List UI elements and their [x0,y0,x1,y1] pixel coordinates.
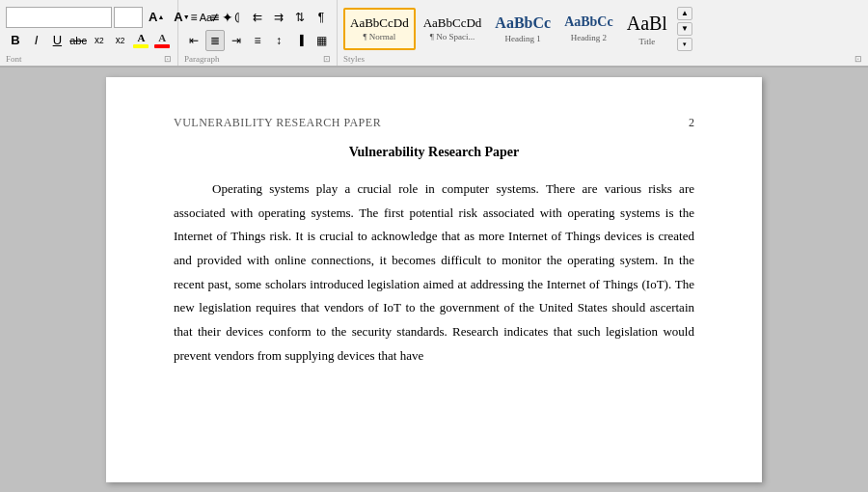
styles-section-label: Styles ⊡ [343,53,862,64]
page-number: 2 [689,116,694,130]
style-normal-preview: AaBbCcDd [350,15,409,31]
align-left-button[interactable]: ⇤ [184,30,203,51]
style-normal[interactable]: AaBbCcDd ¶ Normal [343,8,416,50]
ribbon-sections: Times New Rom 12 A▲ A▼ Aa ✦ B I U abc x2 [0,0,868,66]
style-h1-label: Heading 1 [505,34,541,43]
styles-controls: AaBbCcDd ¶ Normal AaBbCcDd ¶ No Spaci...… [343,4,862,53]
styles-section: AaBbCcDd ¶ Normal AaBbCcDd ¶ No Spaci...… [338,0,868,66]
multilevel-list-button[interactable]: ⦇ [227,7,246,28]
styles-down-button[interactable]: ▼ [677,22,692,36]
increase-indent-button[interactable]: ⇉ [269,7,288,28]
italic-button[interactable]: I [27,30,46,51]
ribbon: Times New Rom 12 A▲ A▼ Aa ✦ B I U abc x2 [0,0,868,68]
styles-expand-icon[interactable]: ⊡ [854,54,862,64]
line-spacing-button[interactable]: ↕ [269,30,288,51]
style-no-spacing[interactable]: AaBbCcDd ¶ No Spaci... [418,8,488,50]
font-name-input[interactable]: Times New Rom [6,7,112,28]
font-section: Times New Rom 12 A▲ A▼ Aa ✦ B I U abc x2 [0,0,178,66]
body-paragraph: Operating systems play a crucial role in… [174,178,694,369]
align-right-button[interactable]: ⇥ [227,30,246,51]
show-formatting-button[interactable]: ¶ [312,7,331,28]
grow-font-button[interactable]: A▲ [145,7,168,28]
strikethrough-button[interactable]: abc [68,30,88,51]
style-title-preview: AaBl [627,12,667,35]
style-nospace-label: ¶ No Spaci... [430,32,475,41]
sort-button[interactable]: ⇅ [290,7,310,28]
paragraph-controls: ≡ ≢ ⦇ ⇇ ⇉ ⇅ ¶ ⇤ ≣ ⇥ ≡ ↕ [184,4,331,53]
style-h2-label: Heading 2 [571,33,607,42]
font-controls: Times New Rom 12 A▲ A▼ Aa ✦ B I U abc x2 [6,4,172,53]
page-header-text: VULNERABILITY RESEARCH PAPER [174,116,381,130]
justify-button[interactable]: ≡ [248,30,267,51]
style-title[interactable]: AaBl Title [621,8,673,50]
borders-button[interactable]: ▦ [312,30,331,51]
para-label-text: Paragraph [184,54,219,64]
style-h1-preview: AaBbCc [495,14,551,32]
numbering-button[interactable]: ≢ [205,7,225,28]
page-header: VULNERABILITY RESEARCH PAPER 2 [174,116,694,130]
para-expand-icon[interactable]: ⊡ [323,54,331,64]
decrease-indent-button[interactable]: ⇇ [248,7,267,28]
font-size-input[interactable]: 12 [114,7,143,28]
styles-up-button[interactable]: ▲ [677,7,692,20]
font-section-label: Font ⊡ [6,53,172,64]
document-body[interactable]: Operating systems play a crucial role in… [174,178,694,369]
font-label-text: Font [6,54,22,64]
style-heading1[interactable]: AaBbCc Heading 1 [489,8,556,50]
text-highlight-button[interactable]: A [132,30,151,51]
styles-label-text: Styles [343,54,365,64]
style-heading2[interactable]: AaBbCc Heading 2 [558,8,619,50]
document-area: VULNERABILITY RESEARCH PAPER 2 Vulnerabi… [0,68,868,492]
document-page: VULNERABILITY RESEARCH PAPER 2 Vulnerabi… [106,77,762,482]
font-expand-icon[interactable]: ⊡ [164,54,172,64]
paragraph-section: ≡ ≢ ⦇ ⇇ ⇉ ⇅ ¶ ⇤ ≣ ⇥ ≡ ↕ [178,0,338,66]
underline-button[interactable]: U [48,30,68,51]
style-title-label: Title [638,37,655,46]
superscript-button[interactable]: x2 [111,30,130,51]
bold-button[interactable]: B [6,30,25,51]
style-h2-preview: AaBbCc [564,14,613,31]
text-color-button[interactable]: A [152,30,172,51]
shading-button[interactable]: ▐ [290,30,310,51]
align-center-button[interactable]: ≣ [205,30,225,51]
document-title: Vulnerability Research Paper [174,145,694,160]
styles-arrows: ▲ ▼ ▾ [677,7,692,51]
subscript-button[interactable]: x2 [90,30,109,51]
bullets-button[interactable]: ≡ [184,7,203,28]
style-normal-label: ¶ Normal [363,32,395,41]
styles-more-button[interactable]: ▾ [677,38,692,51]
paragraph-section-label: Paragraph ⊡ [184,53,331,64]
style-nospace-preview: AaBbCcDd [423,15,482,31]
